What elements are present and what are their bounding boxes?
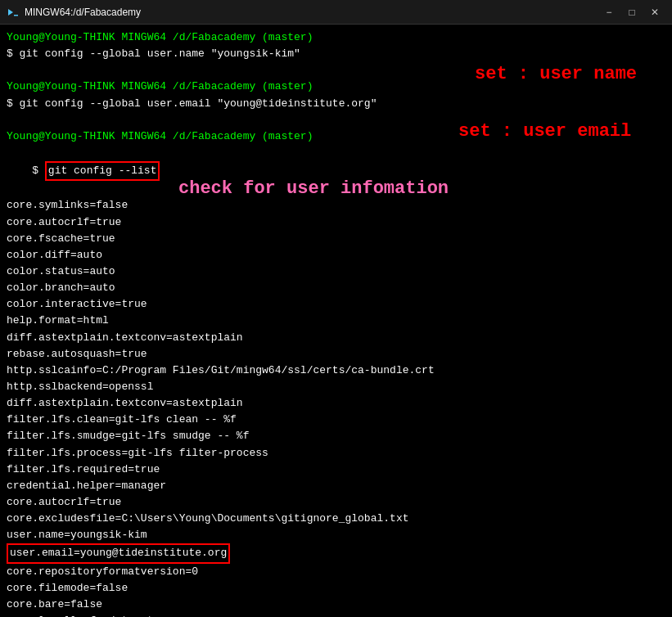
output-4: color.diff=auto bbox=[7, 247, 665, 263]
output-2: core.autocrlf=true bbox=[7, 214, 665, 231]
prompt-text-2: Young@Young-THINK MINGW64 /d/Fabacademy … bbox=[7, 80, 313, 92]
close-button[interactable]: ✕ bbox=[644, 4, 665, 20]
output-8: help.format=html bbox=[7, 313, 665, 329]
output-20: core.excludesfile=C:\Users\Young\Documen… bbox=[7, 511, 665, 527]
terminal-icon bbox=[7, 6, 20, 19]
prompt-text-3: Young@Young-THINK MINGW64 /d/Fabacademy … bbox=[7, 130, 313, 142]
output-17: filter.lfs.required=true bbox=[7, 462, 665, 478]
output-1: core.symlinks=false bbox=[7, 197, 665, 214]
minimize-button[interactable]: − bbox=[598, 4, 620, 20]
output-6: color.branch=auto bbox=[7, 280, 665, 296]
output-10: rebase.autosquash=true bbox=[7, 346, 665, 363]
output-11: http.sslcainfo=C:/Program Files/Git/ming… bbox=[7, 363, 665, 379]
output-useremail: user.email=young@tideinstitute.org bbox=[7, 543, 665, 563]
output-18: credential.helper=manager bbox=[7, 478, 665, 494]
svg-rect-2 bbox=[14, 15, 18, 16]
output-24: core.logallrefupdates=true bbox=[7, 613, 665, 617]
output-15: filter.lfs.smudge=git-lfs smudge -- %f bbox=[7, 428, 665, 444]
output-7: color.interactive=true bbox=[7, 296, 665, 313]
prompt-text-1: Young@Young-THINK MINGW64 /d/Fabacademy … bbox=[7, 31, 313, 43]
output-13: diff.astextplain.textconv=astextplain bbox=[7, 395, 665, 412]
prompt-line-3: Young@Young-THINK MINGW64 /d/Fabacademy … bbox=[7, 128, 665, 145]
title-bar-title: MINGW64:/d/Fabacademy bbox=[25, 7, 141, 18]
maximize-button[interactable]: □ bbox=[621, 4, 643, 20]
cmd-text-1: $ git config --global user.name "youngsi… bbox=[7, 47, 300, 60]
cmd-line-boxed: $ git config --list bbox=[7, 145, 665, 197]
output-9: diff.astextplain.textconv=astextplain bbox=[7, 330, 665, 346]
prompt-line-2: Young@Young-THINK MINGW64 /d/Fabacademy … bbox=[7, 79, 665, 95]
blank-2 bbox=[7, 112, 665, 128]
cmd-git-config-list: git config --list bbox=[45, 161, 160, 181]
cmd-line-2: $ git config --global user.email "young@… bbox=[7, 96, 665, 112]
cmd-dollar: $ bbox=[32, 164, 45, 177]
output-username: user.name=youngsik-kim bbox=[7, 527, 665, 543]
title-bar: MINGW64:/d/Fabacademy − □ ✕ bbox=[0, 0, 672, 25]
output-22: core.filemode=false bbox=[7, 580, 665, 597]
blank-1 bbox=[7, 62, 665, 79]
cmd-line-1: $ git config --global user.name "youngsi… bbox=[7, 46, 665, 62]
output-16: filter.lfs.process=git-lfs filter-proces… bbox=[7, 445, 665, 462]
title-bar-left: MINGW64:/d/Fabacademy bbox=[7, 6, 141, 19]
output-5: color.status=auto bbox=[7, 263, 665, 280]
output-14: filter.lfs.clean=git-lfs clean -- %f bbox=[7, 412, 665, 428]
output-12: http.sslbackend=openssl bbox=[7, 379, 665, 395]
output-19: core.autocrlf=true bbox=[7, 494, 665, 511]
output-23: core.bare=false bbox=[7, 597, 665, 613]
output-3: core.fscache=true bbox=[7, 231, 665, 247]
prompt-line-1: Young@Young-THINK MINGW64 /d/Fabacademy … bbox=[7, 29, 665, 46]
cmd-text-2: $ git config --global user.email "young@… bbox=[7, 97, 377, 110]
title-bar-controls: − □ ✕ bbox=[598, 4, 665, 20]
output-21: core.repositoryformatversion=0 bbox=[7, 564, 665, 580]
terminal-area: set : user name set : user email check f… bbox=[0, 25, 672, 617]
